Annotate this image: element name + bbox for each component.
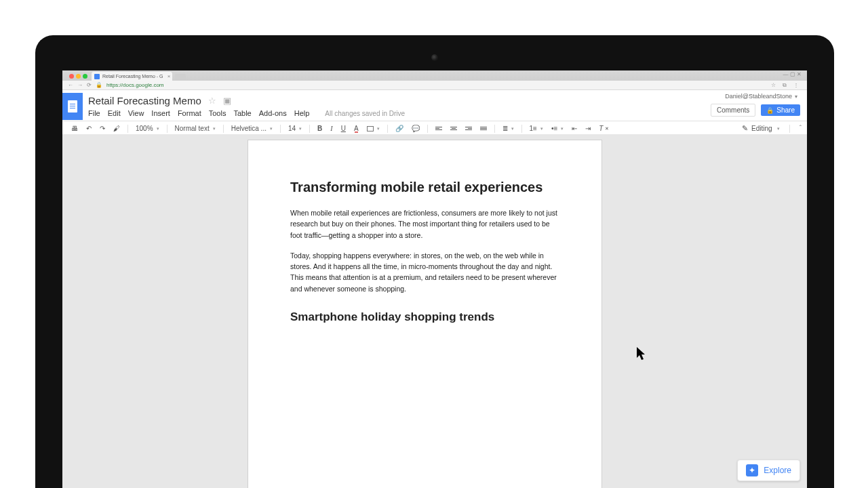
account-menu[interactable]: Daniel@StableandStone ▾	[711, 93, 800, 100]
zoom-select[interactable]: 100%▾	[132, 123, 163, 134]
align-left-button[interactable]	[432, 125, 446, 131]
zoom-value: 100%	[136, 125, 153, 132]
comments-button[interactable]: Comments	[711, 104, 755, 117]
save-status: All changes saved in Drive	[325, 110, 405, 117]
laptop-frame: Retail Forecasting Memo - G × — ▢ ✕ ← → …	[35, 35, 834, 488]
share-button[interactable]: 🔒 Share	[761, 104, 800, 116]
pencil-icon: ✎	[742, 124, 748, 133]
document-title[interactable]: Retail Forecasting Memo	[88, 95, 201, 106]
increase-indent-button[interactable]: ⇥	[582, 123, 594, 134]
paragraph-style-select[interactable]: Normal text▾	[172, 123, 219, 134]
align-center-button[interactable]	[447, 125, 460, 131]
explore-button[interactable]: ✦ Explore	[737, 460, 800, 481]
highlight-color-button[interactable]: ▾	[363, 125, 383, 133]
bold-button[interactable]: B	[314, 123, 326, 134]
minimize-icon[interactable]	[76, 74, 81, 79]
screen: Retail Forecasting Memo - G × — ▢ ✕ ← → …	[62, 70, 807, 488]
new-tab-button[interactable]	[175, 74, 186, 81]
line-spacing-button[interactable]: ≣▾	[499, 123, 517, 134]
docs-header: Retail Forecasting Memo ☆ ▣ File Edit Vi…	[62, 90, 807, 121]
menu-table[interactable]: Table	[233, 109, 251, 117]
hide-menus-button[interactable]: ˆ	[800, 125, 802, 132]
forward-button[interactable]: →	[77, 82, 83, 88]
insert-link-button[interactable]: 🔗	[392, 123, 407, 134]
doc-paragraph[interactable]: Today, shopping happens everywhere: in s…	[290, 250, 559, 294]
doc-paragraph[interactable]: When mobile retail experiences are frict…	[290, 207, 559, 241]
move-folder-icon[interactable]: ▣	[223, 96, 231, 106]
menu-bar: File Edit View Insert Format Tools Table…	[88, 106, 711, 121]
explore-label: Explore	[764, 466, 791, 475]
menu-format[interactable]: Format	[178, 109, 201, 117]
decrease-indent-button[interactable]: ⇤	[568, 123, 580, 134]
underline-button[interactable]: U	[338, 123, 349, 134]
style-value: Normal text	[175, 125, 210, 132]
back-button[interactable]: ←	[68, 82, 73, 88]
tab-title: Retail Forecasting Memo - G	[102, 74, 163, 79]
mode-select[interactable]: ✎ Editing ▾	[742, 124, 780, 133]
laptop-camera	[431, 54, 438, 61]
redo-button[interactable]: ↷	[96, 123, 108, 134]
font-size-select[interactable]: 14▾	[285, 123, 305, 134]
editor-canvas[interactable]: Transforming mobile retail experiences W…	[62, 134, 807, 488]
browser-action-icons[interactable]: ☆ ⧉ ⋮	[771, 82, 802, 89]
star-icon[interactable]: ☆	[208, 96, 216, 106]
clear-formatting-button[interactable]: T✕	[595, 123, 612, 134]
lock-icon: 🔒	[96, 82, 102, 88]
window-caption-icons[interactable]: — ▢ ✕	[783, 71, 802, 77]
url-field[interactable]: https://docs.google.com	[106, 82, 164, 88]
window-controls[interactable]	[66, 74, 92, 81]
explore-icon: ✦	[746, 464, 758, 476]
mode-label: Editing	[751, 125, 772, 132]
close-icon[interactable]	[69, 74, 74, 79]
docs-logo[interactable]	[62, 93, 83, 120]
numbered-list-button[interactable]: 1≡▾	[526, 123, 547, 134]
document-page[interactable]: Transforming mobile retail experiences W…	[248, 140, 602, 488]
menu-file[interactable]: File	[88, 109, 100, 117]
insert-comment-button[interactable]: 💬	[408, 123, 423, 134]
bulleted-list-button[interactable]: •≡▾	[548, 123, 567, 134]
browser-address-bar: ← → ⟳ 🔒 https://docs.google.com ☆ ⧉ ⋮	[62, 81, 807, 90]
menu-addons[interactable]: Add-ons	[259, 109, 287, 117]
paint-format-button[interactable]: 🖌	[110, 123, 123, 134]
print-button[interactable]: 🖶	[68, 123, 81, 134]
menu-help[interactable]: Help	[294, 109, 310, 117]
tab-close-icon[interactable]: ×	[167, 74, 171, 79]
caret-down-icon: ▾	[795, 94, 797, 100]
font-value: Helvetica ...	[231, 125, 267, 132]
maximize-icon[interactable]	[83, 74, 87, 79]
align-justify-button[interactable]	[477, 125, 490, 131]
menu-insert[interactable]: Insert	[151, 109, 170, 117]
menu-view[interactable]: View	[128, 109, 144, 117]
doc-heading-2[interactable]: Smartphone holiday shopping trends	[290, 310, 559, 324]
menu-edit[interactable]: Edit	[108, 109, 121, 117]
browser-tab[interactable]: Retail Forecasting Memo - G ×	[92, 72, 172, 81]
account-email: Daniel@StableandStone	[725, 93, 792, 100]
lock-icon: 🔒	[766, 107, 774, 114]
italic-button[interactable]: I	[327, 123, 336, 134]
align-right-button[interactable]	[462, 125, 475, 131]
share-label: Share	[776, 106, 795, 114]
font-size-value: 14	[288, 125, 296, 132]
text-color-button[interactable]: A	[351, 123, 362, 134]
tab-favicon	[94, 74, 100, 79]
browser-tabstrip: Retail Forecasting Memo - G × — ▢ ✕	[62, 70, 807, 81]
doc-heading-1[interactable]: Transforming mobile retail experiences	[290, 180, 559, 195]
reload-button[interactable]: ⟳	[87, 82, 92, 88]
menu-tools[interactable]: Tools	[209, 109, 226, 117]
font-select[interactable]: Helvetica ...▾	[228, 123, 276, 134]
undo-button[interactable]: ↶	[83, 123, 95, 134]
